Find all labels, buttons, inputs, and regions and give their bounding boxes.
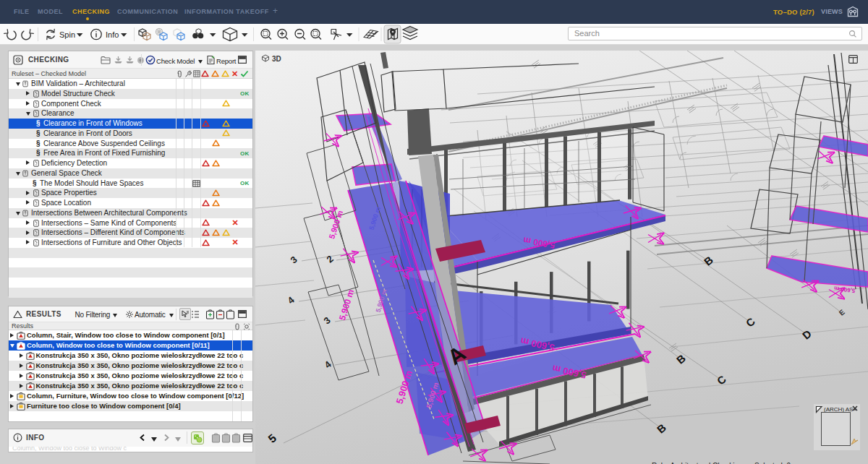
svg-text:Info: Info	[106, 30, 119, 39]
svg-text:Spin: Spin	[59, 30, 75, 39]
